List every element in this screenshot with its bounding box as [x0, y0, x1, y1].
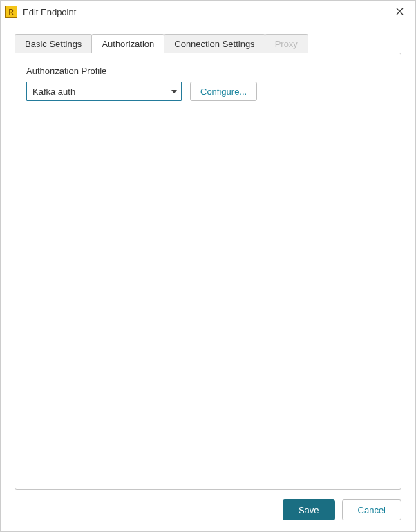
app-icon: R: [5, 6, 17, 18]
authorization-profile-dropdown[interactable]: Kafka auth: [26, 82, 182, 101]
authorization-profile-label: Authorization Profile: [26, 66, 390, 76]
tab-panel-authorization: Authorization Profile Kafka auth Configu…: [15, 53, 401, 490]
tab-basic-settings[interactable]: Basic Settings: [15, 34, 92, 53]
dropdown-selected-text: Kafka auth: [32, 86, 171, 97]
content-area: Basic Settings Authorization Connection …: [1, 23, 415, 490]
title-bar: R Edit Endpoint: [1, 1, 415, 23]
cancel-button[interactable]: Cancel: [342, 499, 401, 520]
profile-row: Kafka auth Configure...: [26, 82, 390, 101]
configure-button[interactable]: Configure...: [190, 82, 257, 101]
save-button[interactable]: Save: [283, 499, 335, 520]
tab-proxy: Proxy: [265, 34, 308, 53]
chevron-down-icon: [171, 90, 177, 93]
window-title: Edit Endpoint: [23, 7, 384, 17]
close-button[interactable]: [384, 1, 415, 23]
close-icon: [396, 6, 404, 17]
tabs-row: Basic Settings Authorization Connection …: [15, 34, 401, 53]
tab-connection-settings[interactable]: Connection Settings: [164, 34, 265, 53]
tab-authorization[interactable]: Authorization: [91, 34, 164, 53]
dialog-footer: Save Cancel: [1, 490, 415, 531]
